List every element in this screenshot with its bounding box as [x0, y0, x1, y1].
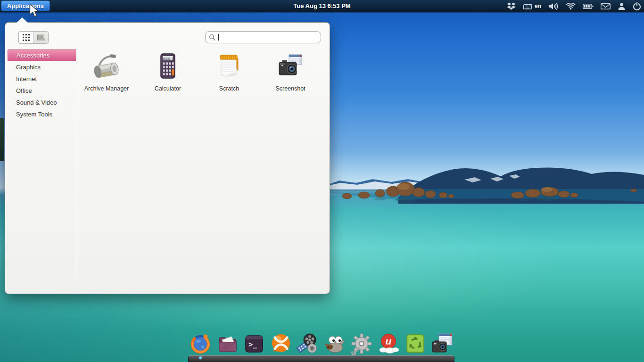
dock-system-settings[interactable] [350, 332, 373, 355]
text-caret [218, 34, 219, 41]
power-icon[interactable] [633, 0, 641, 12]
svg-text:>_: >_ [248, 340, 257, 349]
firefox-running-indicator [198, 356, 202, 360]
dock-chat-messenger[interactable] [270, 332, 292, 355]
wallpaper-shore-sliver [0, 118, 4, 161]
calculator-icon: 8888;0 [153, 51, 183, 81]
category-system-tools[interactable]: System Tools [8, 108, 76, 120]
dock-gimp[interactable] [323, 332, 346, 355]
screenshot-tool-icon [431, 332, 454, 355]
app-scratch[interactable]: Scratch [198, 51, 260, 92]
system-settings-icon [350, 332, 373, 355]
category-internet[interactable]: Internet [8, 73, 76, 85]
software-center-icon [404, 332, 427, 355]
scratch-icon [214, 51, 244, 81]
category-graphics[interactable]: Graphics [8, 61, 76, 73]
app-label: Calculator [137, 85, 198, 92]
files-icon [216, 332, 239, 355]
dock-firefox[interactable] [189, 332, 212, 355]
gimp-icon [323, 332, 346, 355]
mouse-cursor [29, 4, 41, 18]
category-accessories[interactable]: Accessories [8, 49, 76, 61]
dock-terminal[interactable]: >_ [243, 332, 265, 355]
app-launcher-window: Accessories Graphics Internet Office Sou… [5, 22, 330, 294]
category-view-icon [37, 34, 45, 41]
grid-view-icon [22, 33, 30, 41]
archive-manager-icon [91, 51, 122, 81]
app-label: Screenshot [260, 85, 321, 92]
dock-files[interactable] [216, 332, 239, 355]
volume-icon[interactable] [548, 0, 559, 12]
app-label: Archive Manager [76, 85, 137, 92]
category-sidebar: Accessories Graphics Internet Office Sou… [8, 49, 76, 120]
top-panel: Applications Tue Aug 13 6:53 PM en [0, 0, 644, 12]
search-input[interactable] [205, 31, 321, 43]
category-view-button[interactable] [33, 32, 48, 43]
ubuntu-one-icon: u [377, 332, 400, 355]
app-archive-manager[interactable]: Archive Manager [76, 51, 137, 92]
dropbox-icon[interactable] [507, 0, 516, 12]
dock-media-player[interactable] [297, 332, 319, 355]
media-player-icon [297, 332, 319, 355]
app-calculator[interactable]: 8888;0 Calculator [137, 51, 198, 92]
mail-icon[interactable] [601, 0, 611, 12]
dock-shelf [188, 355, 454, 362]
keyboard-layout-label: en [535, 3, 541, 9]
category-sound-video[interactable]: Sound & Video [8, 97, 76, 108]
dock-screenshot-tool[interactable] [431, 332, 454, 355]
launcher-pointer-arrow [17, 17, 28, 23]
screenshot-icon [275, 51, 305, 81]
category-office[interactable]: Office [8, 85, 76, 97]
battery-icon[interactable] [583, 0, 594, 12]
svg-text:u: u [386, 336, 392, 346]
search-icon [209, 34, 216, 41]
dock-software-center[interactable] [404, 332, 427, 355]
view-toggle [18, 31, 49, 44]
chat-messenger-icon [270, 332, 292, 355]
grid-view-button[interactable] [19, 32, 33, 43]
wifi-icon[interactable] [566, 0, 576, 12]
dock-ubuntu-one[interactable]: u [377, 332, 400, 355]
firefox-icon [189, 332, 212, 355]
panel-tray: en [507, 0, 641, 12]
keyboard-layout-indicator[interactable]: en [523, 0, 541, 12]
svg-text:8888;0: 8888;0 [162, 57, 173, 61]
terminal-icon: >_ [243, 332, 265, 355]
user-icon[interactable] [618, 0, 626, 12]
desktop: Applications Tue Aug 13 6:53 PM en [0, 0, 644, 362]
app-label: Scratch [198, 85, 260, 92]
app-screenshot[interactable]: Screenshot [260, 51, 321, 92]
